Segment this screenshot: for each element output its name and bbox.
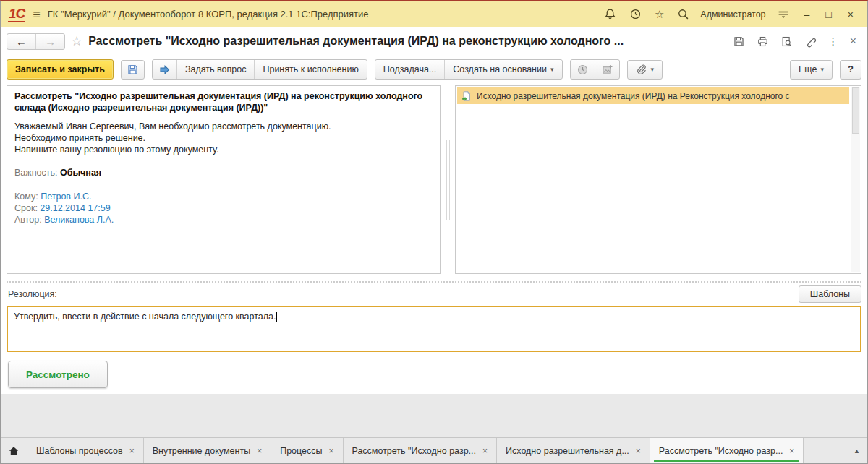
accept-for-execution-button[interactable]: Принять к исполнению xyxy=(254,60,366,79)
tab-label: Рассмотреть "Исходно разр... xyxy=(352,446,477,456)
resolution-input[interactable]: Утвердить, ввести в действие с начала сл… xyxy=(7,306,861,352)
reviewed-area: Рассмотрено xyxy=(1,355,867,394)
home-tab[interactable] xyxy=(1,438,27,463)
tab-review-task-active[interactable]: Рассмотреть "Исходно разр... × xyxy=(650,438,804,463)
minimize-button[interactable]: – xyxy=(798,7,817,22)
history-nav-group: ← → xyxy=(7,33,65,50)
back-arrow-icon[interactable]: ← xyxy=(7,34,35,49)
scrollbar-thumb[interactable] xyxy=(852,87,859,134)
caret-down-icon: ▾ xyxy=(651,66,655,73)
save-and-close-button[interactable]: Записать и закрыть xyxy=(7,59,114,80)
ask-question-button[interactable]: Задать вопрос xyxy=(176,60,255,79)
vertical-scrollbar[interactable] xyxy=(851,87,860,272)
caret-down-icon: ▾ xyxy=(550,66,554,73)
task-body-line: Напишите вашу резолюцию по этому докумен… xyxy=(14,144,433,155)
write-save-icon-button[interactable] xyxy=(121,60,145,80)
maximize-button[interactable]: □ xyxy=(819,7,838,22)
forward-arrow-icon[interactable]: → xyxy=(35,34,64,49)
home-icon xyxy=(8,445,20,457)
due-label: Срок: xyxy=(14,203,38,213)
favorites-star-icon[interactable]: ☆ xyxy=(650,7,669,21)
to-label: Кому: xyxy=(14,192,38,202)
tab-close-icon[interactable]: × xyxy=(789,446,794,456)
close-form-icon[interactable]: × xyxy=(845,33,861,50)
tab-processes[interactable]: Процессы × xyxy=(271,438,343,463)
1c-logo-icon: 1С xyxy=(8,7,25,22)
task-subject-panel: Исходно разрешительная документация (ИРД… xyxy=(455,85,861,274)
tab-label: Рассмотреть "Исходно разр... xyxy=(659,446,783,456)
open-windows-tabbar: Шаблоны процессов × Внутренние документы… xyxy=(1,437,867,463)
tab-label: Исходно разрешительная д... xyxy=(506,446,629,456)
assignee-link[interactable]: Петров И.С. xyxy=(41,192,91,202)
collapse-tabbar-arrow-icon[interactable]: ▲ xyxy=(846,438,867,463)
add-image-icon xyxy=(595,60,619,79)
vertical-splitter[interactable] xyxy=(441,85,455,274)
create-based-on-button[interactable]: Создать на основании ▾ xyxy=(444,60,561,79)
caret-down-icon: ▾ xyxy=(820,66,824,73)
importance-value: Обычная xyxy=(60,168,101,178)
save-icon[interactable] xyxy=(728,33,750,50)
subject-document-label: Исходно разрешительная документация (ИРД… xyxy=(477,91,790,101)
task-assignee: Кому: Петров И.С. xyxy=(14,191,433,202)
history-icon[interactable] xyxy=(624,7,647,22)
attachments-paperclip-button[interactable]: ▾ xyxy=(627,60,663,80)
more-menu-kebab-icon[interactable]: ⋮ xyxy=(823,33,843,49)
text-cursor xyxy=(276,312,277,322)
background-strip xyxy=(1,394,867,437)
task-author: Автор: Великанова Л.А. xyxy=(14,214,433,225)
author-label: Автор: xyxy=(14,215,42,225)
subject-document-row[interactable]: Исходно разрешительная документация (ИРД… xyxy=(457,87,849,104)
page-title: Рассмотреть "Исходно разрешительная доку… xyxy=(88,35,722,48)
search-icon[interactable] xyxy=(672,7,694,22)
tab-close-icon[interactable]: × xyxy=(257,446,262,456)
resolution-label: Резолюция: xyxy=(8,289,57,299)
app-title: ГК "Меркурий" / Документооборот 8 КОРП, … xyxy=(48,9,369,20)
horizontal-splitter[interactable] xyxy=(7,275,861,283)
current-user: Администратор xyxy=(697,9,768,20)
tab-label: Шаблоны процессов xyxy=(36,446,123,456)
close-window-button[interactable]: × xyxy=(841,7,860,22)
reviewed-button[interactable]: Рассмотрено xyxy=(8,361,108,388)
author-link[interactable]: Великанова Л.А. xyxy=(44,215,114,225)
more-button[interactable]: Еще ▾ xyxy=(790,60,833,80)
tab-review-task-1[interactable]: Рассмотреть "Исходно разр... × xyxy=(344,438,498,463)
timekeeping-clock-icon xyxy=(571,60,595,79)
more-button-label: Еще xyxy=(799,64,817,74)
service-settings-icon[interactable] xyxy=(772,7,795,22)
task-body-line: Уважаемый Иван Сергеевич, Вам необходимо… xyxy=(14,121,433,132)
tab-source-document[interactable]: Исходно разрешительная д... × xyxy=(497,438,650,463)
deadline-link[interactable]: 29.12.2014 17:59 xyxy=(40,203,110,213)
task-body-line: Необходимо принять решение. xyxy=(14,132,433,144)
command-toolbar: Записать и закрыть Задать вопрос Принять… xyxy=(1,55,867,84)
tab-process-templates[interactable]: Шаблоны процессов × xyxy=(27,438,144,463)
tab-close-icon[interactable]: × xyxy=(636,446,641,456)
titlebar: 1С ≡ ГК "Меркурий" / Документооборот 8 К… xyxy=(1,1,867,27)
disabled-tools-group xyxy=(570,59,620,80)
print-icon[interactable] xyxy=(752,33,774,50)
get-link-icon[interactable] xyxy=(799,33,822,50)
splitter-grip xyxy=(446,140,450,220)
task-title: Рассмотреть "Исходно разрешительная доку… xyxy=(14,90,433,114)
form-window-actions: ⋮ × xyxy=(728,33,861,50)
help-button[interactable]: ? xyxy=(840,60,861,80)
create-actions-group: Подзадача... Создать на основании ▾ xyxy=(375,59,563,80)
main-area: Рассмотреть "Исходно разрешительная доку… xyxy=(7,85,861,274)
tab-internal-documents[interactable]: Внутренние документы × xyxy=(144,438,271,463)
subtask-button[interactable]: Подзадача... xyxy=(375,60,445,79)
tab-close-icon[interactable]: × xyxy=(328,446,333,456)
importance-label: Важность: xyxy=(14,168,57,178)
forward-actions-group: Задать вопрос Принять к исполнению xyxy=(152,59,367,80)
tab-close-icon[interactable]: × xyxy=(129,446,135,456)
tab-close-icon[interactable]: × xyxy=(482,446,488,456)
forward-task-icon[interactable] xyxy=(153,60,176,79)
add-favorite-star-icon[interactable]: ☆ xyxy=(71,33,82,49)
task-importance: Важность: Обычная xyxy=(14,167,433,179)
notifications-bell-icon[interactable] xyxy=(599,7,621,22)
titlebar-actions: ☆ Администратор – □ × xyxy=(599,7,860,22)
task-deadline: Срок: 29.12.2014 17:59 xyxy=(14,202,433,214)
app-window: 1С ≡ ГК "Меркурий" / Документооборот 8 К… xyxy=(0,0,868,464)
main-menu-icon[interactable]: ≡ xyxy=(33,8,41,21)
preview-icon[interactable] xyxy=(775,33,798,50)
tab-label: Процессы xyxy=(280,446,322,456)
templates-button[interactable]: Шаблоны xyxy=(799,285,861,303)
